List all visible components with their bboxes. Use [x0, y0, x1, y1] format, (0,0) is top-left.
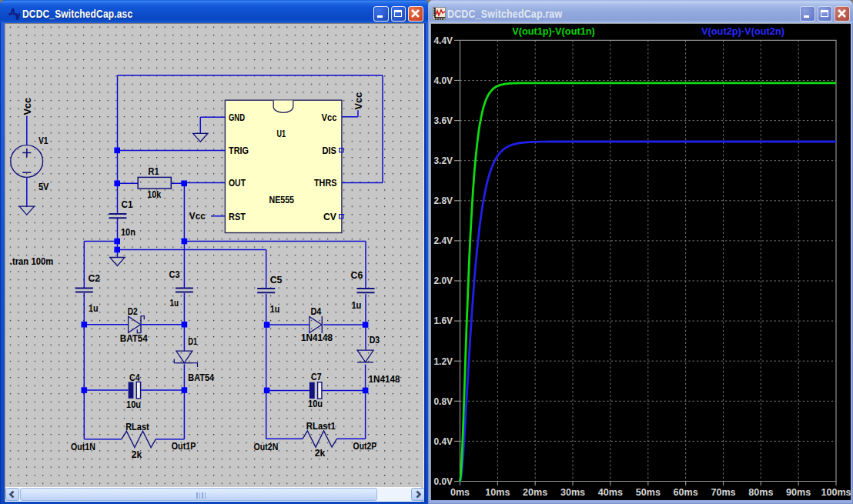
- svg-text:.tran 100m: .tran 100m: [10, 255, 54, 267]
- svg-text:Vcc: Vcc: [353, 92, 364, 110]
- svg-text:Out1P: Out1P: [172, 440, 196, 452]
- svg-text:NE555: NE555: [269, 194, 295, 205]
- svg-text:THRS: THRS: [314, 177, 337, 189]
- svg-text:1.6V: 1.6V: [434, 315, 453, 326]
- svg-text:D3: D3: [370, 334, 380, 345]
- svg-text:3.2V: 3.2V: [434, 155, 453, 166]
- svg-text:20ms: 20ms: [523, 487, 547, 498]
- svg-text:BAT54: BAT54: [120, 332, 149, 344]
- svg-text:Out1N: Out1N: [71, 441, 95, 452]
- svg-text:30ms: 30ms: [560, 487, 585, 498]
- svg-text:D2: D2: [128, 305, 138, 317]
- svg-text:100ms: 100ms: [821, 487, 851, 498]
- svg-text:1N4148: 1N4148: [369, 373, 400, 385]
- svg-text:4.0V: 4.0V: [434, 75, 453, 86]
- svg-text:1N4148: 1N4148: [301, 332, 333, 343]
- svg-text:BAT54: BAT54: [188, 372, 215, 383]
- svg-text:DIS: DIS: [323, 145, 337, 156]
- svg-text:RLast1: RLast1: [306, 420, 336, 432]
- svg-text:Vcc: Vcc: [189, 210, 206, 222]
- svg-text:C6: C6: [351, 269, 363, 281]
- svg-text:TRIG: TRIG: [229, 145, 249, 156]
- svg-text:1u: 1u: [170, 297, 179, 309]
- svg-text:1u: 1u: [351, 299, 361, 311]
- svg-text:Out2N: Out2N: [254, 441, 279, 452]
- svg-text:C5: C5: [270, 274, 283, 285]
- svg-text:C3: C3: [169, 269, 180, 280]
- svg-text:D1: D1: [188, 335, 197, 347]
- svg-text:U1: U1: [277, 128, 286, 139]
- svg-text:50ms: 50ms: [636, 487, 661, 498]
- svg-text:0.4V: 0.4V: [434, 436, 453, 447]
- svg-text:1.2V: 1.2V: [434, 356, 453, 367]
- svg-text:GND: GND: [229, 112, 245, 123]
- svg-text:1u: 1u: [270, 303, 280, 315]
- svg-text:Out2P: Out2P: [353, 440, 377, 452]
- svg-text:90ms: 90ms: [786, 487, 811, 498]
- svg-text:10u: 10u: [308, 398, 323, 409]
- svg-text:C7: C7: [311, 371, 322, 382]
- svg-text:5V: 5V: [38, 181, 49, 192]
- svg-text:70ms: 70ms: [711, 487, 735, 498]
- svg-text:Vcc: Vcc: [22, 98, 33, 115]
- svg-text:V(out1p)-V(out1n): V(out1p)-V(out1n): [512, 25, 595, 37]
- svg-text:0.8V: 0.8V: [434, 396, 453, 407]
- svg-text:40ms: 40ms: [598, 487, 623, 498]
- svg-text:3.6V: 3.6V: [434, 115, 453, 126]
- svg-text:2k: 2k: [315, 447, 326, 459]
- svg-text:60ms: 60ms: [673, 487, 697, 498]
- svg-text:C1: C1: [122, 199, 133, 210]
- svg-text:Vcc: Vcc: [322, 112, 337, 123]
- svg-text:10u: 10u: [126, 399, 141, 410]
- svg-text:2k: 2k: [132, 449, 142, 460]
- svg-text:0ms: 0ms: [450, 487, 470, 498]
- svg-text:0.0V: 0.0V: [434, 476, 453, 487]
- svg-text:10ms: 10ms: [485, 487, 510, 498]
- svg-text:RLast: RLast: [125, 421, 149, 432]
- svg-text:V(out2p)-V(out2n): V(out2p)-V(out2n): [701, 25, 784, 37]
- svg-text:2.8V: 2.8V: [434, 195, 453, 206]
- svg-text:10n: 10n: [121, 226, 135, 238]
- svg-text:C4: C4: [129, 372, 140, 383]
- svg-text:80ms: 80ms: [748, 487, 773, 498]
- svg-text:RST: RST: [229, 211, 246, 222]
- svg-text:OUT: OUT: [229, 177, 246, 189]
- svg-text:2.4V: 2.4V: [434, 235, 453, 246]
- svg-text:R1: R1: [149, 165, 159, 177]
- svg-text:10k: 10k: [147, 189, 162, 200]
- svg-text:1u: 1u: [89, 302, 99, 314]
- svg-text:C2: C2: [89, 272, 101, 284]
- svg-text:CV: CV: [323, 211, 336, 222]
- svg-text:V1: V1: [38, 135, 49, 146]
- svg-text:D4: D4: [310, 305, 322, 317]
- svg-text:4.4V: 4.4V: [434, 35, 453, 46]
- svg-text:2.0V: 2.0V: [434, 275, 453, 286]
